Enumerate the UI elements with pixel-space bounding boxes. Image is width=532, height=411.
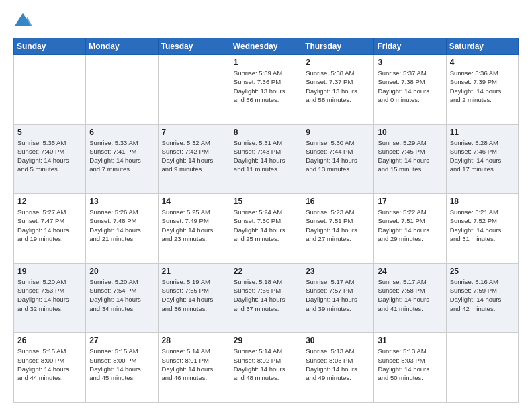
day-number: 18 bbox=[450, 197, 515, 206]
cell-info: Sunrise: 5:25 AM Sunset: 7:49 PM Dayligh… bbox=[162, 208, 226, 243]
calendar-cell: 25Sunrise: 5:16 AM Sunset: 7:59 PM Dayli… bbox=[446, 263, 518, 333]
calendar-cell: 16Sunrise: 5:23 AM Sunset: 7:51 PM Dayli… bbox=[302, 194, 374, 264]
day-number: 29 bbox=[234, 336, 298, 345]
calendar-cell bbox=[86, 55, 158, 125]
day-number: 6 bbox=[89, 128, 154, 137]
cell-info: Sunrise: 5:13 AM Sunset: 8:03 PM Dayligh… bbox=[306, 347, 370, 382]
day-number: 9 bbox=[306, 128, 370, 137]
day-number: 15 bbox=[234, 197, 298, 206]
day-number: 5 bbox=[17, 128, 82, 137]
cell-info: Sunrise: 5:14 AM Sunset: 8:02 PM Dayligh… bbox=[234, 347, 298, 382]
day-number: 10 bbox=[378, 128, 442, 137]
calendar-cell: 1Sunrise: 5:39 AM Sunset: 7:36 PM Daylig… bbox=[230, 55, 302, 125]
col-header-saturday: Saturday bbox=[446, 38, 518, 55]
calendar-cell: 21Sunrise: 5:19 AM Sunset: 7:55 PM Dayli… bbox=[158, 263, 230, 333]
calendar-cell: 23Sunrise: 5:17 AM Sunset: 7:57 PM Dayli… bbox=[302, 263, 374, 333]
cell-info: Sunrise: 5:20 AM Sunset: 7:54 PM Dayligh… bbox=[89, 277, 154, 313]
cell-info: Sunrise: 5:39 AM Sunset: 7:36 PM Dayligh… bbox=[234, 68, 298, 104]
calendar-cell: 14Sunrise: 5:25 AM Sunset: 7:49 PM Dayli… bbox=[158, 194, 230, 264]
day-number: 2 bbox=[306, 58, 370, 67]
cell-info: Sunrise: 5:37 AM Sunset: 7:38 PM Dayligh… bbox=[378, 68, 442, 104]
calendar-cell: 10Sunrise: 5:29 AM Sunset: 7:45 PM Dayli… bbox=[374, 124, 446, 194]
day-number: 27 bbox=[89, 336, 154, 345]
col-header-wednesday: Wednesday bbox=[230, 38, 302, 55]
calendar-cell: 28Sunrise: 5:14 AM Sunset: 8:01 PM Dayli… bbox=[158, 333, 230, 403]
calendar-cell: 27Sunrise: 5:15 AM Sunset: 8:00 PM Dayli… bbox=[86, 333, 158, 403]
calendar-cell bbox=[158, 55, 230, 125]
calendar-cell: 4Sunrise: 5:36 AM Sunset: 7:39 PM Daylig… bbox=[446, 55, 518, 125]
day-number: 11 bbox=[450, 128, 515, 137]
day-number: 21 bbox=[162, 267, 226, 276]
logo-icon bbox=[13, 12, 32, 31]
cell-info: Sunrise: 5:28 AM Sunset: 7:46 PM Dayligh… bbox=[450, 138, 515, 174]
day-number: 30 bbox=[306, 336, 370, 345]
cell-info: Sunrise: 5:35 AM Sunset: 7:40 PM Dayligh… bbox=[17, 138, 82, 174]
cell-info: Sunrise: 5:26 AM Sunset: 7:48 PM Dayligh… bbox=[89, 208, 154, 243]
cell-info: Sunrise: 5:14 AM Sunset: 8:01 PM Dayligh… bbox=[162, 347, 226, 382]
calendar-cell: 17Sunrise: 5:22 AM Sunset: 7:51 PM Dayli… bbox=[374, 194, 446, 264]
day-number: 20 bbox=[89, 267, 154, 276]
page: SundayMondayTuesdayWednesdayThursdayFrid… bbox=[0, 0, 532, 411]
calendar-cell: 13Sunrise: 5:26 AM Sunset: 7:48 PM Dayli… bbox=[86, 194, 158, 264]
cell-info: Sunrise: 5:22 AM Sunset: 7:51 PM Dayligh… bbox=[378, 208, 442, 243]
day-number: 22 bbox=[234, 267, 298, 276]
day-number: 16 bbox=[306, 197, 370, 206]
calendar-cell: 26Sunrise: 5:15 AM Sunset: 8:00 PM Dayli… bbox=[14, 333, 86, 403]
cell-info: Sunrise: 5:36 AM Sunset: 7:39 PM Dayligh… bbox=[450, 68, 515, 104]
calendar-cell: 11Sunrise: 5:28 AM Sunset: 7:46 PM Dayli… bbox=[446, 124, 518, 194]
day-number: 25 bbox=[450, 267, 515, 276]
day-number: 24 bbox=[378, 267, 442, 276]
cell-info: Sunrise: 5:17 AM Sunset: 7:57 PM Dayligh… bbox=[306, 277, 370, 313]
cell-info: Sunrise: 5:23 AM Sunset: 7:51 PM Dayligh… bbox=[306, 208, 370, 243]
cell-info: Sunrise: 5:13 AM Sunset: 8:03 PM Dayligh… bbox=[378, 347, 442, 382]
day-number: 14 bbox=[162, 197, 226, 206]
col-header-friday: Friday bbox=[374, 38, 446, 55]
calendar-cell: 5Sunrise: 5:35 AM Sunset: 7:40 PM Daylig… bbox=[14, 124, 86, 194]
calendar-cell: 12Sunrise: 5:27 AM Sunset: 7:47 PM Dayli… bbox=[14, 194, 86, 264]
cell-info: Sunrise: 5:17 AM Sunset: 7:58 PM Dayligh… bbox=[378, 277, 442, 313]
cell-info: Sunrise: 5:15 AM Sunset: 8:00 PM Dayligh… bbox=[89, 347, 154, 382]
cell-info: Sunrise: 5:27 AM Sunset: 7:47 PM Dayligh… bbox=[17, 208, 82, 243]
day-number: 17 bbox=[378, 197, 442, 206]
logo bbox=[13, 12, 35, 31]
calendar-cell: 20Sunrise: 5:20 AM Sunset: 7:54 PM Dayli… bbox=[86, 263, 158, 333]
calendar-cell: 7Sunrise: 5:32 AM Sunset: 7:42 PM Daylig… bbox=[158, 124, 230, 194]
cell-info: Sunrise: 5:24 AM Sunset: 7:50 PM Dayligh… bbox=[234, 208, 298, 243]
calendar-cell: 22Sunrise: 5:18 AM Sunset: 7:56 PM Dayli… bbox=[230, 263, 302, 333]
cell-info: Sunrise: 5:18 AM Sunset: 7:56 PM Dayligh… bbox=[234, 277, 298, 313]
cell-info: Sunrise: 5:15 AM Sunset: 8:00 PM Dayligh… bbox=[17, 347, 82, 382]
calendar-cell bbox=[446, 333, 518, 403]
calendar-cell: 3Sunrise: 5:37 AM Sunset: 7:38 PM Daylig… bbox=[374, 55, 446, 125]
cell-info: Sunrise: 5:32 AM Sunset: 7:42 PM Dayligh… bbox=[162, 138, 226, 174]
col-header-tuesday: Tuesday bbox=[158, 38, 230, 55]
cell-info: Sunrise: 5:33 AM Sunset: 7:41 PM Dayligh… bbox=[89, 138, 154, 174]
cell-info: Sunrise: 5:31 AM Sunset: 7:43 PM Dayligh… bbox=[234, 138, 298, 174]
calendar-cell bbox=[14, 55, 86, 125]
day-number: 31 bbox=[378, 336, 442, 345]
day-number: 28 bbox=[162, 336, 226, 345]
calendar-cell: 31Sunrise: 5:13 AM Sunset: 8:03 PM Dayli… bbox=[374, 333, 446, 403]
day-number: 26 bbox=[17, 336, 82, 345]
calendar-table: SundayMondayTuesdayWednesdayThursdayFrid… bbox=[13, 38, 519, 403]
cell-info: Sunrise: 5:29 AM Sunset: 7:45 PM Dayligh… bbox=[378, 138, 442, 174]
cell-info: Sunrise: 5:19 AM Sunset: 7:55 PM Dayligh… bbox=[162, 277, 226, 313]
calendar-cell: 15Sunrise: 5:24 AM Sunset: 7:50 PM Dayli… bbox=[230, 194, 302, 264]
col-header-thursday: Thursday bbox=[302, 38, 374, 55]
cell-info: Sunrise: 5:30 AM Sunset: 7:44 PM Dayligh… bbox=[306, 138, 370, 174]
day-number: 23 bbox=[306, 267, 370, 276]
day-number: 3 bbox=[378, 58, 442, 67]
calendar-cell: 9Sunrise: 5:30 AM Sunset: 7:44 PM Daylig… bbox=[302, 124, 374, 194]
cell-info: Sunrise: 5:21 AM Sunset: 7:52 PM Dayligh… bbox=[450, 208, 515, 243]
calendar-cell: 29Sunrise: 5:14 AM Sunset: 8:02 PM Dayli… bbox=[230, 333, 302, 403]
calendar-cell: 24Sunrise: 5:17 AM Sunset: 7:58 PM Dayli… bbox=[374, 263, 446, 333]
col-header-sunday: Sunday bbox=[14, 38, 86, 55]
day-number: 1 bbox=[234, 58, 298, 67]
header bbox=[13, 12, 519, 31]
col-header-monday: Monday bbox=[86, 38, 158, 55]
calendar-cell: 2Sunrise: 5:38 AM Sunset: 7:37 PM Daylig… bbox=[302, 55, 374, 125]
calendar-cell: 6Sunrise: 5:33 AM Sunset: 7:41 PM Daylig… bbox=[86, 124, 158, 194]
cell-info: Sunrise: 5:20 AM Sunset: 7:53 PM Dayligh… bbox=[17, 277, 82, 313]
day-number: 12 bbox=[17, 197, 82, 206]
day-number: 13 bbox=[89, 197, 154, 206]
day-number: 19 bbox=[17, 267, 82, 276]
